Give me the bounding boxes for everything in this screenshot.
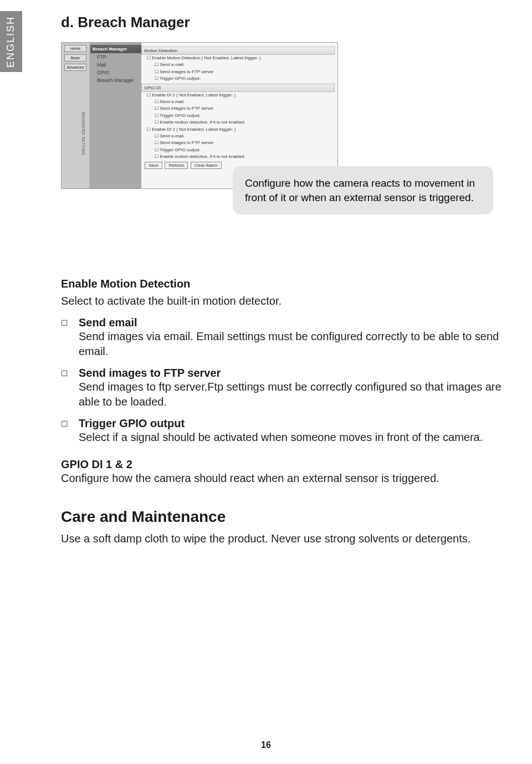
- bullet-title: Send images to FTP server: [79, 367, 504, 380]
- main-line: ☐ Trigger GPIO output.: [141, 75, 335, 82]
- bullet-item: ☐ Send email Send images via email. Emai…: [61, 316, 504, 359]
- tree-item-breach: Breach Manager: [90, 76, 141, 84]
- language-tab: ENGLISH: [0, 11, 22, 72]
- main-line: ☐ Enable Motion Detection ( Not Enabled,…: [141, 55, 335, 61]
- main-line: ☐ Enable DI 2 ( Not Enabled, Latest trig…: [141, 126, 335, 133]
- screenshot-refresh-button: Refresh: [165, 162, 188, 169]
- main-line: ☐ Send images to FTP server: [141, 140, 335, 146]
- line-text: Send images to FTP server: [160, 69, 213, 74]
- tree-item-mail: Mail: [90, 61, 141, 69]
- main-hdr-motion: Motion Detection: [141, 47, 335, 55]
- line-text: Send e-mail.: [160, 134, 185, 139]
- care-text: Use a soft damp cloth to wipe the produc…: [61, 531, 504, 546]
- main-line: ☐ Send e-mail.: [141, 99, 335, 105]
- screenshot-clear-button: Clear Alarm: [191, 162, 222, 169]
- checkbox-icon: ☐: [61, 369, 69, 409]
- screenshot-nav-advanced: Advanced: [64, 64, 86, 71]
- screenshot-vertical-label: ADVANCED SETTING: [81, 112, 85, 156]
- gpio-text: Configure how the camera should react wh…: [61, 471, 504, 486]
- line-text: Enable Motion Detection ( Not Enabled, L…: [152, 55, 261, 60]
- main-line: ☐ Enable motion detection, if it is not …: [141, 119, 335, 126]
- main-line: ☐ Send images to FTP server: [141, 105, 335, 112]
- bullet-title: Trigger GPIO output: [79, 417, 504, 430]
- page-content: d. Breach Manager Home Basic Advanced AD…: [61, 14, 504, 554]
- enable-text: Select to activate the built-in motion d…: [61, 294, 504, 309]
- checkbox-icon: ☐: [61, 419, 69, 445]
- callout-text: Configure how the camera reacts to movem…: [245, 177, 475, 203]
- screenshot-nav-home: Home: [64, 45, 86, 52]
- enable-heading: Enable Motion Detection: [61, 278, 504, 290]
- main-line: ☐ Trigger GPIO output.: [141, 147, 335, 153]
- line-text: Send images to FTP server: [160, 140, 213, 145]
- main-line: ☐ Send e-mail.: [141, 133, 335, 140]
- main-line: ☐ Enable motion detection, if it is not …: [141, 153, 335, 160]
- gpio-heading: GPIO DI 1 & 2: [61, 458, 504, 471]
- tree-header: Breach Manager: [90, 45, 141, 53]
- bullet-item: ☐ Trigger GPIO output Select if a signal…: [61, 417, 504, 445]
- screenshot-sidebar: Home Basic Advanced ADVANCED SETTING: [62, 43, 89, 188]
- screenshot-main: Motion Detection ☐ Enable Motion Detecti…: [141, 45, 335, 169]
- line-text: Trigger GPIO output.: [160, 113, 201, 118]
- bullet-text: Send images via email. Email settings mu…: [79, 329, 504, 359]
- line-text: Trigger GPIO output.: [160, 147, 201, 152]
- main-hdr-gpio: GPIO DI: [141, 84, 335, 92]
- line-text: Enable DI 2 ( Not Enabled, Latest trigge…: [152, 127, 236, 132]
- main-line: ☐ Send e-mail.: [141, 61, 335, 68]
- bullet-body: Send images to FTP server Send images to…: [79, 367, 504, 409]
- screenshot-save-button: Save: [145, 162, 162, 169]
- line-text: Send images to FTP server: [160, 106, 213, 111]
- screenshot-nav-basic: Basic: [64, 54, 86, 61]
- line-text: Trigger GPIO output.: [160, 76, 201, 81]
- body-text: Enable Motion Detection Select to activa…: [61, 278, 504, 546]
- tree-item-gpio: GPIO: [90, 69, 141, 76]
- bullet-item: ☐ Send images to FTP server Send images …: [61, 367, 504, 409]
- checkbox-icon: ☐: [61, 319, 69, 359]
- line-text: Send e-mail.: [160, 62, 185, 67]
- line-text: Send e-mail.: [160, 99, 185, 104]
- line-text: Enable DI 1 ( Not Enabled, Latest trigge…: [152, 93, 236, 98]
- main-line: ☐ Enable DI 1 ( Not Enabled, Latest trig…: [141, 92, 335, 99]
- main-line: ☐ Send images to FTP server: [141, 69, 335, 75]
- bullet-title: Send email: [79, 316, 504, 329]
- line-text: Enable motion detection, if it is not en…: [160, 120, 245, 125]
- line-text: Enable motion detection, if it is not en…: [160, 154, 244, 159]
- care-heading: Care and Maintenance: [61, 508, 504, 526]
- language-label: ENGLISH: [6, 16, 17, 67]
- page-number: 16: [261, 740, 271, 750]
- section-title: d. Breach Manager: [61, 14, 504, 31]
- bullet-text: Send images to ftp server.Ftp settings m…: [79, 380, 504, 409]
- bullet-text: Select if a signal should be activated w…: [79, 430, 504, 445]
- callout-box: Configure how the camera reacts to movem…: [233, 166, 493, 214]
- tree-item-ftp: FTP: [90, 53, 141, 61]
- bullet-body: Trigger GPIO output Select if a signal s…: [79, 417, 504, 445]
- bullet-body: Send email Send images via email. Email …: [79, 316, 504, 359]
- main-line: ☐ Trigger GPIO output.: [141, 112, 335, 119]
- screenshot-tree: Breach Manager FTP Mail GPIO Breach Mana…: [90, 43, 141, 188]
